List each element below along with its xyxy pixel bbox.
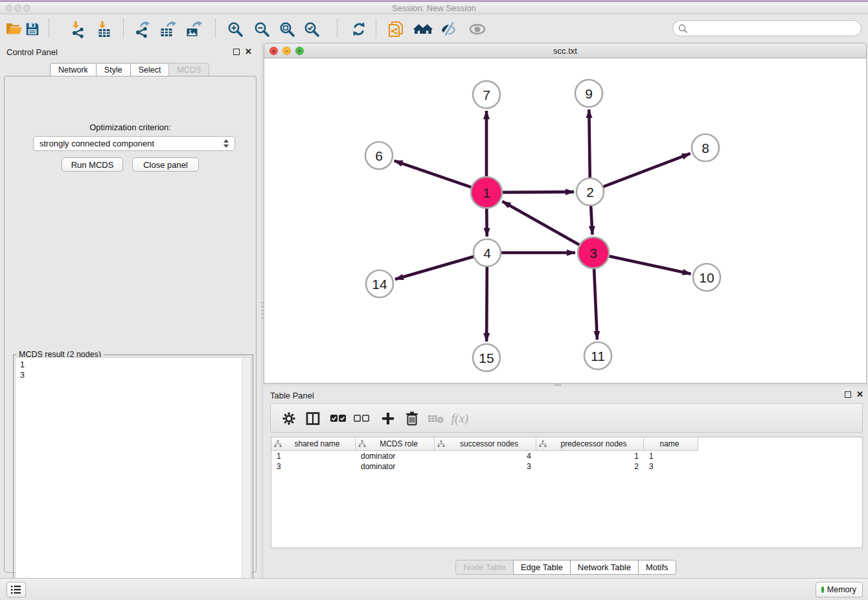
zoom-selected-icon	[303, 21, 321, 38]
close-panel-button[interactable]: Close panel	[132, 157, 199, 172]
node-label-14: 14	[372, 277, 387, 292]
table-cell[interactable]: 3	[435, 462, 536, 471]
node-label-9: 9	[585, 86, 593, 101]
search-input[interactable]	[690, 21, 858, 36]
import-network-icon	[69, 20, 87, 38]
tab-select[interactable]: Select	[130, 63, 170, 77]
edge-3-11[interactable]	[594, 267, 597, 340]
table-cell[interactable]: 1	[536, 452, 644, 461]
memory-button[interactable]: Memory	[816, 582, 863, 597]
open-folder-icon	[5, 20, 23, 38]
column-header-shared-name[interactable]: shared name	[271, 437, 356, 450]
edge-3-1[interactable]	[502, 202, 580, 246]
table-settings-button[interactable]	[279, 409, 299, 428]
float-panel-icon[interactable]	[233, 49, 240, 55]
toolbar-separator	[337, 19, 337, 38]
zoom-selected-button[interactable]	[301, 19, 322, 40]
export-image-icon	[185, 20, 203, 38]
run-mcds-button[interactable]: Run MCDS	[62, 157, 123, 172]
table-cell[interactable]: dominator	[356, 462, 435, 471]
node-table: shared nameMCDS rolesuccessor nodesprede…	[271, 437, 863, 548]
import-table-button[interactable]	[93, 19, 114, 40]
table-body: 1dominator4113dominator323	[271, 451, 862, 472]
table-cell[interactable]: 3	[644, 462, 698, 471]
column-header-name[interactable]: name	[644, 437, 698, 450]
export-network-button[interactable]	[131, 19, 152, 40]
save-session-button[interactable]	[22, 19, 43, 40]
edge-3-10[interactable]	[607, 256, 691, 274]
table-cell[interactable]: 1	[644, 452, 698, 461]
tab-edge-table[interactable]: Edge Table	[513, 560, 571, 575]
table-cell[interactable]: dominator	[356, 452, 435, 461]
zoom-in-button[interactable]	[225, 19, 246, 40]
split-table-button[interactable]	[303, 409, 323, 428]
table-cell[interactable]: 3	[271, 462, 356, 471]
zoom-fit-button[interactable]	[277, 19, 297, 40]
mcds-result-scrollbar[interactable]	[242, 358, 251, 599]
trash-icon	[405, 411, 419, 426]
table-row[interactable]: 1dominator411	[271, 451, 862, 461]
edge-1-2[interactable]	[501, 192, 574, 192]
tab-network-table[interactable]: Network Table	[570, 560, 639, 575]
column-header-MCDS-role[interactable]: MCDS role	[356, 437, 435, 450]
refresh-icon	[350, 21, 367, 38]
tab-mcds[interactable]: MCDS	[168, 63, 209, 77]
edge-1-6[interactable]	[394, 161, 474, 188]
table-cell[interactable]: 2	[536, 462, 644, 471]
toolbar-separator	[49, 19, 49, 38]
edge-4-15[interactable]	[486, 265, 487, 341]
edge-2-8[interactable]	[602, 154, 691, 187]
graphics-details-button[interactable]	[438, 19, 459, 40]
table-cell[interactable]: 4	[435, 452, 536, 461]
add-column-button[interactable]	[378, 409, 398, 428]
birds-eye-view-button[interactable]	[467, 19, 488, 40]
tab-node-table[interactable]: Node Table	[455, 560, 514, 575]
node-label-10: 10	[699, 270, 714, 285]
edge-2-9[interactable]	[589, 110, 589, 179]
delete-column-button[interactable]	[426, 409, 446, 428]
close-panel-icon[interactable]: ✕	[856, 391, 863, 398]
network-canvas-svg[interactable]: 7968124314101511	[264, 58, 866, 382]
node-label-15: 15	[479, 351, 494, 365]
network-window-titlebar[interactable]: x − + scc.txt	[264, 43, 867, 58]
float-panel-icon[interactable]	[845, 391, 851, 398]
column-header-successor-nodes[interactable]: successor nodes	[435, 437, 536, 450]
tab-network[interactable]: Network	[50, 63, 97, 77]
apply-layout-button[interactable]	[348, 19, 369, 40]
fx-icon: f(x)	[451, 411, 468, 426]
network-overview-button[interactable]	[413, 19, 433, 40]
zoom-out-button[interactable]	[251, 19, 272, 40]
tab-style[interactable]: Style	[96, 63, 131, 77]
table-panel-title: Table Panel	[270, 391, 314, 400]
close-panel-icon[interactable]: ✕	[245, 48, 252, 56]
node-label-7: 7	[483, 87, 490, 102]
import-network-button[interactable]	[67, 19, 88, 40]
mcds-result-line: 1	[16, 360, 242, 370]
function-builder-button[interactable]: f(x)	[450, 409, 470, 428]
zoom-fit-icon	[279, 21, 296, 38]
node-label-11: 11	[591, 349, 605, 363]
network-view-window: x − + scc.txt 7968124314101511	[264, 43, 867, 384]
edge-4-14[interactable]	[395, 256, 475, 279]
gear-icon	[281, 411, 297, 426]
tab-motifs[interactable]: Motifs	[638, 560, 676, 575]
table-cell[interactable]: 1	[271, 452, 356, 461]
node-label-4: 4	[483, 246, 491, 260]
show-log-button[interactable]	[6, 582, 26, 597]
unselect-all-rows-button[interactable]	[352, 409, 371, 428]
clone-network-button[interactable]	[386, 19, 407, 40]
criterion-select[interactable]: strongly connected component	[33, 136, 235, 151]
select-all-rows-button[interactable]	[328, 409, 348, 428]
export-table-button[interactable]	[157, 19, 178, 40]
table-row[interactable]: 3dominator323	[271, 461, 862, 472]
control-panel-title: Control Panel	[6, 47, 58, 57]
edge-2-3[interactable]	[591, 204, 593, 235]
export-image-button[interactable]	[183, 19, 204, 40]
delete-row-button[interactable]	[402, 409, 422, 428]
control-panel: Control Panel ✕ NetworkStyleSelectMCDS O…	[0, 43, 261, 578]
unchecked-boxes-icon	[353, 413, 370, 424]
column-header-predecessor-nodes[interactable]: predecessor nodes	[536, 437, 644, 450]
network-canvas[interactable]: 7968124314101511	[264, 58, 867, 384]
node-label-1: 1	[483, 185, 490, 200]
mcds-result-textarea[interactable]: 13	[15, 357, 251, 599]
